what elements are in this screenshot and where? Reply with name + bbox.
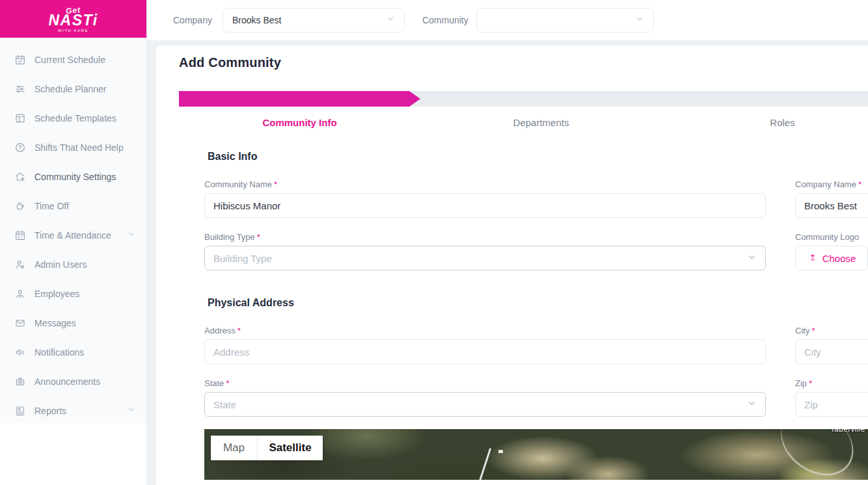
map-type-control: Map Satellite <box>211 436 323 460</box>
sidebar-item-label: Shifts That Need Help <box>34 142 124 153</box>
sidebar-item-community-settings[interactable]: Community Settings <box>0 162 146 191</box>
company-name-input[interactable] <box>795 193 868 218</box>
wizard-progress-bar <box>179 91 868 107</box>
chevron-down-icon[interactable] <box>127 229 136 241</box>
required-asterisk: * <box>274 179 277 189</box>
step-community-info[interactable]: Community Info <box>179 117 420 128</box>
map-view-button[interactable]: Map <box>211 436 258 460</box>
sidebar-item-label: Notifications <box>34 347 84 358</box>
calendar-check-icon <box>14 54 26 66</box>
sidebar-item-label: Schedule Templates <box>34 113 116 124</box>
sidebar-item-employees[interactable]: Employees <box>0 279 146 308</box>
wizard-steps: Community Info Departments Roles <box>179 117 868 128</box>
chevron-down-icon <box>747 399 757 410</box>
community-select[interactable] <box>476 8 654 33</box>
building-type-label: Building Type* <box>204 232 766 242</box>
content-area: Add Community Community Info Departments… <box>147 40 868 485</box>
community-logo-label: Community Logo <box>795 232 868 242</box>
building-type-placeholder: Building Type <box>213 253 272 264</box>
sidebar-nav: Current Schedule Schedule Planner Schedu… <box>0 38 146 423</box>
required-asterisk: * <box>257 232 260 242</box>
required-asterisk: * <box>237 326 241 335</box>
help-circle-icon <box>14 142 26 153</box>
add-community-card: Add Community Community Info Departments… <box>156 46 868 485</box>
calendar-icon <box>14 229 26 241</box>
sidebar-item-label: Time Off <box>34 201 69 211</box>
basic-info-heading: Basic Info <box>208 151 868 163</box>
chevron-down-icon <box>635 14 644 26</box>
required-asterisk: * <box>811 326 815 335</box>
community-label: Community <box>422 15 468 25</box>
sidebar-item-label: Current Schedule <box>34 55 105 65</box>
sidebar-item-admin-users[interactable]: Admin Users <box>0 250 146 279</box>
location-map[interactable]: Taberville Map Satellite <box>204 429 868 480</box>
map-road-curve <box>768 429 866 480</box>
sidebar-item-schedule-planner[interactable]: Schedule Planner <box>0 74 146 103</box>
physical-address-heading: Physical Address <box>208 297 868 309</box>
chevron-down-icon <box>386 14 395 26</box>
state-placeholder: State <box>213 399 236 410</box>
company-label: Company <box>173 15 212 25</box>
address-input[interactable] <box>204 339 766 364</box>
required-asterisk: * <box>858 179 861 189</box>
city-label: City* <box>795 326 868 335</box>
address-label: Address* <box>204 326 766 335</box>
community-name-input[interactable] <box>204 193 766 218</box>
company-select-value: Brooks Best <box>232 15 281 25</box>
company-select[interactable]: Brooks Best <box>223 8 405 33</box>
satellite-view-button[interactable]: Satellite <box>258 436 323 460</box>
sidebar-item-notifications[interactable]: Notifications <box>0 337 146 367</box>
map-building <box>498 450 503 453</box>
choose-logo-button[interactable]: Choose <box>795 246 868 270</box>
required-asterisk: * <box>226 378 229 388</box>
chevron-down-icon[interactable] <box>127 405 136 416</box>
coffee-cup-icon <box>14 200 26 212</box>
sidebar-item-label: Time & Attendance <box>34 230 111 241</box>
step-departments[interactable]: Departments <box>420 117 662 128</box>
chevron-down-icon <box>747 252 757 264</box>
building-type-select[interactable]: Building Type <box>204 246 766 270</box>
sidebar-item-label: Schedule Planner <box>34 84 107 94</box>
required-asterisk: * <box>809 378 812 388</box>
form-row-building: Building Type* Building Type Community L… <box>204 232 868 270</box>
sidebar-item-label: Reports <box>34 406 66 416</box>
zip-label: Zip* <box>795 378 868 388</box>
upload-icon <box>807 252 818 265</box>
sidebar-item-label: Messages <box>34 318 76 328</box>
sidebar-item-schedule-templates[interactable]: Schedule Templates <box>0 103 146 133</box>
sidebar-item-messages[interactable]: Messages <box>0 308 146 337</box>
state-select[interactable]: State <box>204 392 766 417</box>
announcement-board-icon <box>14 376 26 387</box>
sidebar-item-time-off[interactable]: Time Off <box>0 191 146 220</box>
template-layout-icon <box>14 112 26 124</box>
form-row-address: Address* City* <box>204 326 868 364</box>
sidebar: Get NASTi WITH KARE Current Schedule Sch… <box>0 0 147 485</box>
state-label: State* <box>204 378 766 388</box>
zip-input[interactable] <box>795 392 868 417</box>
sidebar-item-current-schedule[interactable]: Current Schedule <box>0 45 146 74</box>
page-title: Add Community <box>179 55 868 70</box>
envelope-icon <box>14 317 26 329</box>
community-name-label: Community Name* <box>204 179 766 189</box>
logo-text-top: Get <box>65 5 81 16</box>
map-place-label: Taberville <box>830 429 865 434</box>
sidebar-item-reports[interactable]: Reports <box>0 396 146 425</box>
sidebar-item-label: Employees <box>34 289 79 299</box>
step-roles[interactable]: Roles <box>662 117 868 128</box>
company-name-label: Company Name* <box>795 179 868 189</box>
report-file-icon <box>14 405 26 417</box>
speaker-icon <box>14 347 26 358</box>
choose-button-label: Choose <box>822 253 856 264</box>
city-input[interactable] <box>795 339 868 364</box>
map-road-line <box>478 448 491 480</box>
sidebar-item-announcements[interactable]: Announcements <box>0 367 146 396</box>
sidebar-item-time-attendance[interactable]: Time & Attendance <box>0 220 146 250</box>
sidebar-item-label: Announcements <box>34 376 100 387</box>
app-logo[interactable]: Get NASTi WITH KARE <box>0 0 146 38</box>
sidebar-item-shifts-that-need-help[interactable]: Shifts That Need Help <box>0 133 146 162</box>
home-gear-icon <box>14 171 26 183</box>
logo-text-sub: WITH KARE <box>58 29 88 33</box>
sidebar-item-label: Admin Users <box>34 259 87 270</box>
sidebar-item-label: Community Settings <box>34 172 116 182</box>
sliders-icon <box>14 83 26 95</box>
